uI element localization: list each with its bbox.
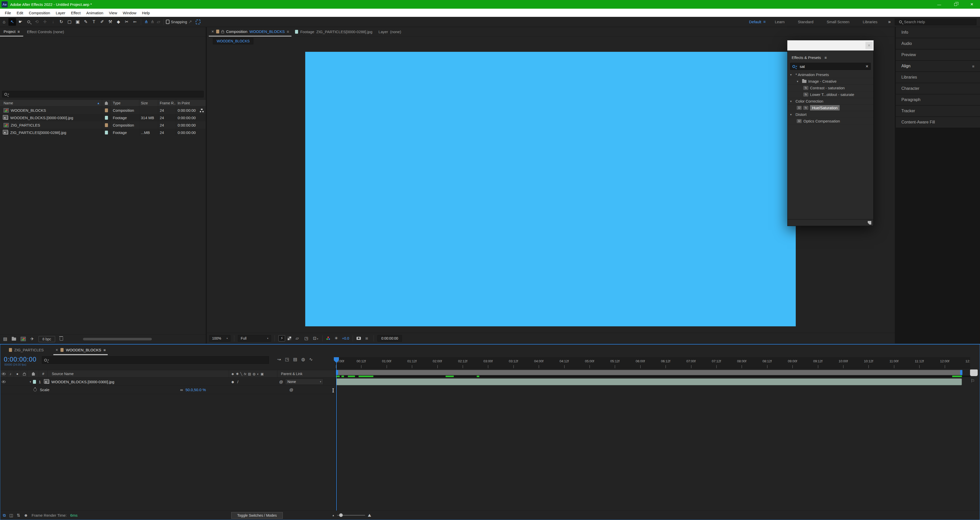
menu-layer[interactable]: Layer bbox=[53, 9, 68, 17]
snapping-checkbox[interactable] bbox=[166, 20, 169, 24]
stopwatch-icon[interactable] bbox=[33, 388, 37, 391]
menu-composition[interactable]: Composition bbox=[26, 9, 53, 17]
panel-menu-icon[interactable]: ≡ bbox=[972, 64, 974, 68]
tree-item-label[interactable]: Optics Compensation bbox=[803, 119, 840, 123]
column-name[interactable]: Name bbox=[3, 101, 13, 105]
tree-item-hue-saturation[interactable]: 32fxHue/Saturation bbox=[788, 105, 873, 111]
panel-tab-audio[interactable]: Audio bbox=[896, 38, 980, 49]
expand-caret-icon[interactable]: ▾ bbox=[790, 100, 794, 103]
item-name[interactable]: ZIG_PARTICLES[0000-0288].jpg bbox=[10, 130, 66, 135]
pan-camera-tool[interactable]: ✛ bbox=[41, 18, 49, 26]
parent-pickwhip-icon[interactable]: @ bbox=[279, 380, 283, 384]
rectangle-tool[interactable]: ▣ bbox=[74, 18, 81, 26]
viewer-timecode[interactable]: 0:00:00:00 bbox=[377, 335, 402, 342]
item-name[interactable]: WOODEN_BLOCKS bbox=[11, 108, 46, 113]
home-tool[interactable]: ⌂ bbox=[0, 18, 8, 26]
expand-caret-icon[interactable]: ▾ bbox=[790, 113, 794, 116]
show-snapshot-icon[interactable]: ◙ bbox=[363, 336, 370, 340]
tree-item-contrast-saturation[interactable]: fxContrast - saturation bbox=[788, 85, 873, 91]
tab-footage[interactable]: Footage ZIG_PARTICLES[0000-0288].jpg bbox=[293, 27, 375, 37]
dolly-camera-tool[interactable]: ↓ bbox=[49, 18, 57, 26]
project-search-input[interactable]: ▾ bbox=[2, 91, 204, 97]
sort-ascending-icon[interactable]: ▲ bbox=[97, 102, 100, 105]
brush-tool[interactable]: ✐ bbox=[98, 18, 106, 26]
tree-item-lower-t-oldout-saturate[interactable]: fxLower T...oldout - saturate bbox=[788, 91, 873, 98]
layer-number-column[interactable]: # bbox=[39, 370, 48, 377]
composition-canvas[interactable] bbox=[305, 52, 796, 326]
transparency-grid-icon[interactable] bbox=[288, 337, 291, 340]
workspace-menu-icon[interactable]: ≡ bbox=[763, 20, 765, 24]
frame-blend-icon[interactable]: ▤ bbox=[248, 372, 251, 376]
video-column-icon[interactable] bbox=[2, 373, 6, 375]
column-type[interactable]: Type bbox=[111, 100, 139, 107]
selection-tool[interactable]: ↖ bbox=[8, 18, 16, 26]
property-pickwhip-icon[interactable]: @ bbox=[290, 388, 293, 392]
menu-file[interactable]: File bbox=[2, 9, 14, 17]
project-horizontal-scrollbar[interactable] bbox=[83, 338, 152, 340]
draft-3d-icon[interactable]: ◳ bbox=[285, 357, 289, 362]
type-tool[interactable]: T bbox=[90, 18, 98, 26]
project-item-row[interactable]: ZIG_PARTICLESComposition240:00:00:00 bbox=[0, 121, 206, 129]
local-axis-mode-icon[interactable]: ⋔ bbox=[145, 19, 148, 24]
panel-tab-align[interactable]: Align≡ bbox=[896, 61, 980, 72]
tree-item-image-creative[interactable]: ▾Image - Creative bbox=[788, 78, 873, 85]
scale-property-row[interactable]: Scale ∞ 50.0,50.0 % @ bbox=[0, 386, 336, 394]
region-of-interest-icon[interactable] bbox=[196, 20, 200, 24]
snapping-label[interactable]: Snapping bbox=[171, 20, 187, 24]
expand-layer-switches-icon[interactable]: ⧉ bbox=[3, 513, 6, 518]
tree-item-color-correction[interactable]: ▾Color Correction bbox=[788, 98, 873, 105]
audio-column-icon[interactable]: ♪ bbox=[7, 370, 14, 377]
item-name[interactable]: WOODEN_BLOCKS.[0000-0300].jpg bbox=[10, 116, 73, 120]
flowchart-icon[interactable] bbox=[200, 109, 204, 112]
layer-source-name[interactable]: WOODEN_BLOCKS.[0000-0300].jpg bbox=[51, 380, 115, 384]
timeline-tab-wooden_blocks[interactable]: ✕WOODEN_BLOCKS≡ bbox=[53, 345, 108, 355]
layer-row[interactable]: ▾ 1 WOODEN_BLOCKS.[0000-0300].jpg ☻ / @ … bbox=[0, 378, 336, 386]
panel-tab-preview[interactable]: Preview bbox=[896, 49, 980, 60]
exposure-icon[interactable]: ✳ bbox=[333, 336, 339, 340]
pen-tool[interactable]: ✎ bbox=[82, 18, 89, 26]
tree-item--animation-presets[interactable]: ▾* Animation Presets bbox=[788, 72, 873, 78]
menu-effect[interactable]: Effect bbox=[68, 9, 83, 17]
resolution-dropdown[interactable]: Full ▾ bbox=[238, 335, 271, 342]
parent-link-column[interactable]: Parent & Link bbox=[277, 370, 336, 377]
workspace-learn[interactable]: Learn bbox=[775, 20, 784, 24]
zoom-slider-track[interactable] bbox=[337, 515, 365, 516]
world-axis-mode-icon[interactable]: ⋔ bbox=[151, 19, 154, 24]
menu-help[interactable]: Help bbox=[139, 9, 153, 17]
delete-icon[interactable] bbox=[60, 337, 63, 340]
eraser-tool[interactable]: ◆ bbox=[115, 18, 122, 26]
close-button[interactable]: ✕ bbox=[964, 0, 980, 9]
workspace-libraries[interactable]: Libraries bbox=[862, 20, 877, 24]
workspace-small-screen[interactable]: Small Screen bbox=[827, 20, 850, 24]
label-color-swatch[interactable] bbox=[105, 116, 108, 120]
tree-item-label[interactable]: Hue/Saturation bbox=[810, 105, 840, 110]
new-composition-icon[interactable] bbox=[21, 337, 26, 341]
take-snapshot-icon[interactable] bbox=[356, 337, 361, 340]
timeline-column-divider[interactable] bbox=[335, 357, 336, 510]
mini-flowchart-icon[interactable]: ↝ bbox=[277, 357, 281, 362]
menu-view[interactable]: View bbox=[106, 9, 120, 17]
workspace-standard[interactable]: Standard bbox=[798, 20, 813, 24]
tree-item-optics-compensation[interactable]: 32Optics Compensation bbox=[788, 118, 873, 124]
layer-label-swatch[interactable] bbox=[33, 380, 36, 384]
new-preset-grip-icon[interactable] bbox=[868, 221, 871, 224]
panel-tab-paragraph[interactable]: Paragraph bbox=[896, 94, 980, 105]
clone-stamp-tool[interactable]: ⚒ bbox=[107, 18, 114, 26]
interpret-footage-icon[interactable]: ▤ bbox=[3, 336, 7, 342]
zoom-in-icon[interactable]: ⛰ bbox=[368, 513, 371, 518]
scale-value[interactable]: 50.0,50.0 % bbox=[186, 388, 206, 392]
toggle-switches-modes-button[interactable]: Toggle Switches / Modes bbox=[231, 512, 283, 519]
solo-column-icon[interactable]: ● bbox=[14, 370, 21, 377]
panel-tab-tracker[interactable]: Tracker bbox=[896, 106, 980, 116]
composition-breadcrumb[interactable]: WOODEN_BLOCKS bbox=[213, 38, 253, 45]
constrain-proportions-icon[interactable]: ∞ bbox=[180, 388, 183, 392]
project-item-row[interactable]: WOODEN_BLOCKSComposition240:00:00:00 bbox=[0, 107, 206, 114]
shy-toggle[interactable]: ☻ bbox=[231, 380, 235, 384]
project-table-header[interactable]: Name ▲ Type Size Frame R.. In Point bbox=[0, 100, 206, 107]
expand-in-out-icon[interactable]: ⇅ bbox=[17, 513, 20, 518]
project-item-row[interactable]: WOODEN_BLOCKS.[0000-0300].jpgFootage314 … bbox=[0, 114, 206, 121]
project-settings-icon[interactable]: ✈ bbox=[30, 336, 34, 342]
close-tab-icon[interactable]: ✕ bbox=[211, 30, 214, 33]
mask-visibility-icon[interactable]: ▱ bbox=[294, 336, 301, 340]
zoom-tool[interactable] bbox=[25, 18, 32, 26]
